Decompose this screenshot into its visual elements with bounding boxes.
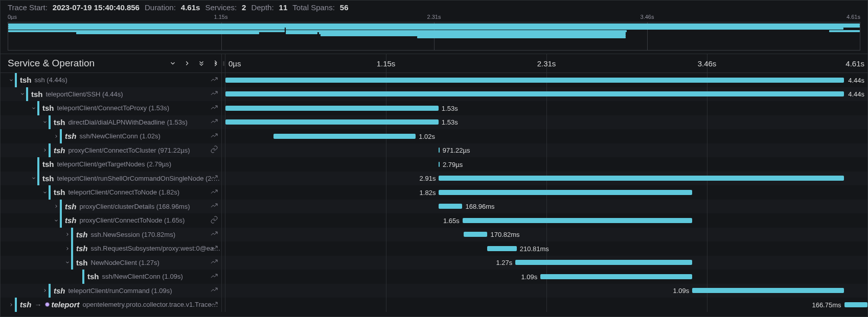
span-row[interactable]: tshssh.RequestSubsystem/proxy:west:0@eas… bbox=[1, 241, 867, 256]
span-duration-bar[interactable] bbox=[463, 218, 693, 223]
operation-name: teleportClient/ConnectToProxy (1.53s) bbox=[57, 104, 170, 112]
span-metrics-icon[interactable] bbox=[210, 272, 218, 281]
span-row[interactable]: tshproxyClient/ConnectToCluster (971.22µ… bbox=[1, 143, 867, 158]
span-duration-bar[interactable] bbox=[487, 246, 516, 251]
row-expand-toggle[interactable] bbox=[8, 77, 15, 84]
span-duration-bar[interactable] bbox=[225, 78, 844, 83]
collapse-all-button[interactable] bbox=[196, 58, 207, 69]
row-expand-toggle[interactable] bbox=[53, 217, 60, 224]
expand-all-button[interactable] bbox=[210, 58, 221, 69]
span-timeline-cell[interactable]: 1.02s bbox=[225, 129, 867, 143]
row-expand-toggle[interactable] bbox=[19, 90, 26, 97]
span-duration-bar[interactable] bbox=[273, 134, 416, 139]
span-timeline-cell[interactable]: 2.79µs bbox=[225, 157, 867, 172]
span-row[interactable]: tshdirectDial/dialALPNWithDeadline (1.53… bbox=[1, 115, 867, 130]
span-metrics-icon[interactable] bbox=[210, 286, 218, 296]
span-timeline-cell[interactable]: 1.09s bbox=[225, 270, 867, 284]
span-row[interactable]: tshssh.NewSession (170.82ms)170.82ms bbox=[1, 228, 867, 242]
span-row[interactable]: tsh→teleportopentelemetry.proto.collecto… bbox=[1, 298, 867, 312]
span-duration-bar[interactable] bbox=[692, 288, 844, 293]
collapse-children-button[interactable] bbox=[167, 58, 178, 69]
column-resize-handle[interactable] bbox=[221, 54, 225, 72]
row-expand-toggle[interactable] bbox=[64, 259, 71, 266]
span-timeline-cell[interactable]: 4.44s bbox=[225, 73, 867, 87]
span-duration-bar[interactable] bbox=[439, 190, 692, 195]
span-row[interactable]: tshssh/NewClientConn (1.02s)1.02s bbox=[1, 129, 867, 143]
span-duration-bar[interactable] bbox=[515, 260, 692, 265]
service-name: tsh bbox=[54, 188, 65, 197]
span-timeline-cell[interactable]: 168.96ms bbox=[225, 200, 867, 214]
span-metrics-icon[interactable] bbox=[210, 174, 218, 183]
row-gutter bbox=[221, 270, 225, 284]
span-duration-bar[interactable] bbox=[439, 162, 440, 167]
row-expand-toggle[interactable] bbox=[41, 189, 49, 196]
span-row[interactable]: tshteleportClient/ConnectToNode (1.82s)1… bbox=[1, 185, 867, 200]
span-timeline-cell[interactable]: 170.82ms bbox=[225, 228, 867, 242]
span-timeline-cell[interactable]: 1.27s bbox=[225, 256, 867, 270]
span-metrics-icon[interactable] bbox=[210, 202, 218, 211]
span-metrics-icon[interactable] bbox=[210, 258, 218, 267]
span-duration-bar[interactable] bbox=[464, 232, 488, 237]
span-row[interactable]: tshteleportClient/ConnectToProxy (1.53s)… bbox=[1, 101, 867, 115]
span-metrics-icon[interactable] bbox=[210, 243, 218, 253]
row-expand-toggle[interactable] bbox=[64, 231, 71, 238]
expand-children-button[interactable] bbox=[181, 58, 193, 69]
span-duration-bar[interactable] bbox=[844, 302, 867, 307]
span-metrics-icon[interactable] bbox=[210, 89, 218, 99]
link-icon[interactable] bbox=[210, 145, 218, 155]
span-row[interactable]: tshteleportClient/SSH (4.44s)4.44s bbox=[1, 87, 867, 102]
row-expand-toggle[interactable] bbox=[30, 175, 37, 182]
span-duration-bar[interactable] bbox=[540, 274, 692, 279]
span-timeline-cell[interactable]: 1.09s bbox=[225, 284, 867, 298]
row-expand-toggle[interactable] bbox=[41, 287, 49, 294]
row-gutter bbox=[221, 172, 225, 186]
span-metrics-icon[interactable] bbox=[210, 103, 218, 113]
row-gutter bbox=[221, 213, 225, 228]
span-metrics-icon[interactable] bbox=[210, 75, 218, 85]
span-timeline-cell[interactable]: 1.53s bbox=[225, 101, 867, 115]
span-timeline-cell[interactable]: 1.65s bbox=[225, 213, 867, 228]
service-color-bar bbox=[49, 143, 51, 158]
span-metrics-icon[interactable] bbox=[210, 117, 218, 127]
row-expand-toggle[interactable] bbox=[64, 245, 71, 252]
span-metrics-icon[interactable] bbox=[210, 300, 218, 309]
row-gutter bbox=[221, 143, 225, 158]
span-row[interactable]: tshNewNodeClient (1.27s)1.27s bbox=[1, 256, 867, 270]
span-row[interactable]: tshteleportClient/runShellOrCommandOnSin… bbox=[1, 172, 867, 186]
row-expand-toggle[interactable] bbox=[53, 203, 60, 210]
span-row[interactable]: tshproxyClient/clusterDetails (168.96ms)… bbox=[1, 200, 867, 214]
span-timeline-cell[interactable]: 1.82s bbox=[225, 185, 867, 200]
span-metrics-icon[interactable] bbox=[210, 187, 218, 197]
span-timeline-cell[interactable]: 166.75ms bbox=[225, 298, 867, 312]
span-metrics-icon[interactable] bbox=[210, 230, 218, 239]
row-expand-toggle[interactable] bbox=[41, 118, 49, 126]
span-row[interactable]: tshteleportClient/getTargetNodes (2.79µs… bbox=[1, 157, 867, 172]
row-gutter bbox=[221, 87, 225, 102]
span-row[interactable]: tshteleportClient/runCommand (1.09s)1.09… bbox=[1, 284, 867, 298]
span-row[interactable]: tshssh (4.44s)4.44s bbox=[1, 73, 867, 87]
minimap-canvas[interactable] bbox=[8, 22, 860, 51]
span-timeline-cell[interactable]: 1.53s bbox=[225, 115, 867, 130]
row-expand-toggle[interactable] bbox=[30, 105, 37, 112]
row-expand-toggle[interactable] bbox=[8, 301, 15, 308]
trace-minimap[interactable]: 0µs1.15s2.31s3.46s4.61s bbox=[8, 14, 860, 51]
span-duration-label: 4.44s bbox=[848, 90, 864, 98]
row-expand-toggle[interactable] bbox=[53, 133, 60, 140]
span-duration-bar[interactable] bbox=[439, 148, 440, 153]
span-timeline-cell[interactable]: 210.81ms bbox=[225, 241, 867, 256]
span-row[interactable]: tshssh/NewClientConn (1.09s)1.09s bbox=[1, 270, 867, 284]
span-duration-bar[interactable] bbox=[225, 91, 844, 96]
span-row[interactable]: tshproxyClient/ConnectToNode (1.65s)1.65… bbox=[1, 213, 867, 228]
span-timeline-cell[interactable]: 971.22µs bbox=[225, 143, 867, 158]
span-duration-bar[interactable] bbox=[225, 106, 439, 111]
span-timeline-cell[interactable]: 4.44s bbox=[225, 87, 867, 102]
service-color-bar bbox=[82, 270, 84, 284]
span-duration-bar[interactable] bbox=[439, 176, 844, 181]
link-icon[interactable] bbox=[210, 215, 218, 225]
span-metrics-icon[interactable] bbox=[210, 131, 218, 141]
span-duration-bar[interactable] bbox=[439, 204, 462, 209]
service-color-bar bbox=[49, 284, 51, 298]
row-expand-toggle[interactable] bbox=[41, 147, 49, 154]
span-timeline-cell[interactable]: 2.91s bbox=[225, 172, 867, 186]
span-duration-bar[interactable] bbox=[225, 119, 439, 125]
